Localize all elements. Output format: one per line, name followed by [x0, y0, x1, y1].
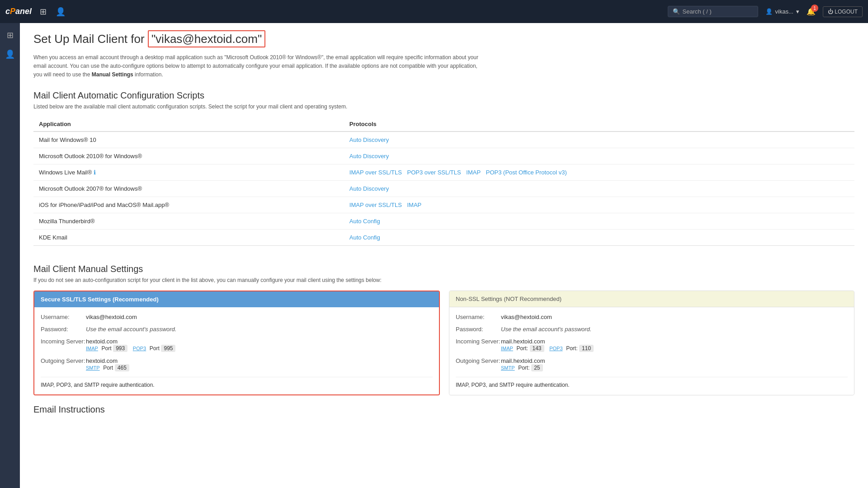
table-row: Microsoft Outlook 2007® for Windows® Aut… [33, 180, 854, 197]
email-instructions-section: Email Instructions [33, 404, 854, 415]
auto-discovery-link[interactable]: Auto Discovery [349, 136, 389, 143]
user-dropdown[interactable]: 👤 vikas... ▾ [765, 8, 799, 15]
ssl-password-row: Password: Use the email account's passwo… [41, 326, 433, 333]
protocol-cell: IMAP over SSL/TLS IMAP [344, 197, 854, 213]
table-row: Mail for Windows® 10 Auto Discovery [33, 131, 854, 148]
ssl-incoming-value: hextoid.com IMAP Port 993 POP3 Port 995 [86, 338, 433, 352]
sidebar: ⊞ 👤 [0, 23, 20, 488]
page-layout: ⊞ 👤 Set Up Mail Client for "vikas@hextoi… [0, 23, 868, 488]
nonssl-box-header: Non-SSL Settings (NOT Recommended) [449, 291, 854, 307]
sidebar-grid-icon[interactable]: ⊞ [0, 27, 20, 44]
protocol-cell: Auto Discovery [344, 180, 854, 197]
username-label: vikas... [775, 8, 793, 15]
app-name: KDE Kmail [33, 229, 344, 245]
manual-settings-link: Manual Settings [92, 71, 133, 78]
manual-settings-row: Secure SSL/TLS Settings (Recommended) Us… [33, 291, 854, 395]
search-placeholder: Search ( / ) [683, 8, 712, 15]
sidebar-user-icon[interactable]: 👤 [0, 46, 20, 63]
ssl-incoming-label: Incoming Server: [41, 338, 86, 352]
pop3-link[interactable]: POP3 (Post Office Protocol v3) [486, 169, 567, 176]
ssl-incoming-row: Incoming Server: hextoid.com IMAP Port 9… [41, 338, 433, 352]
ssl-imap-port: 993 [113, 345, 127, 352]
table-row: Mozilla Thunderbird® Auto Config [33, 213, 854, 229]
topnav-left: cPanel ⊞ 👤 [5, 5, 68, 19]
table-row: Microsoft Outlook 2010® for Windows® Aut… [33, 148, 854, 164]
grid-nav-button[interactable]: ⊞ [37, 5, 49, 19]
nonssl-incoming-value: mail.hextoid.com IMAP Port: 143 POP3 Por… [501, 338, 848, 352]
ssl-settings-box: Secure SSL/TLS Settings (Recommended) Us… [33, 291, 440, 395]
table-row: Windows Live Mail® ℹ IMAP over SSL/TLS P… [33, 164, 854, 180]
nonssl-imap-label[interactable]: IMAP [501, 346, 513, 351]
ssl-pop3-label[interactable]: POP3 [133, 346, 146, 351]
main-content: Set Up Mail Client for "vikas@hextoid.co… [20, 23, 868, 488]
imap-ssl-link[interactable]: IMAP over SSL/TLS [349, 202, 402, 208]
ssl-smtp-label[interactable]: SMTP [86, 365, 100, 371]
info-icon: ℹ [94, 169, 96, 176]
imap-ssl-link[interactable]: IMAP over SSL/TLS [349, 169, 402, 176]
ssl-outgoing-label: Outgoing Server: [41, 357, 86, 371]
page-description: When you access an email account through… [33, 53, 486, 80]
nonssl-auth-note: IMAP, POP3, and SMTP require authenticat… [456, 377, 848, 388]
nonssl-username-value: vikas@hextoid.com [501, 314, 848, 320]
nonssl-incoming-row: Incoming Server: mail.hextoid.com IMAP P… [456, 338, 848, 352]
email-address-highlight: "vikas@hextoid.com" [148, 30, 265, 47]
cpanel-logo: cPanel [5, 7, 32, 16]
user-avatar: 👤 [765, 8, 773, 15]
search-icon: 🔍 [673, 8, 680, 15]
protocol-cell: Auto Discovery [344, 131, 854, 148]
notification-bell[interactable]: 🔔 1 [807, 7, 816, 16]
app-name: Mozilla Thunderbird® [33, 213, 344, 229]
logout-icon: ⏻ [828, 9, 833, 15]
nonssl-password-value: Use the email account's password. [501, 326, 848, 333]
table-row: KDE Kmail Auto Config [33, 229, 854, 245]
nonssl-pop3-port: 110 [579, 345, 594, 352]
nonssl-outgoing-row: Outgoing Server: mail.hextoid.com SMTP P… [456, 357, 848, 371]
ssl-username-row: Username: vikas@hextoid.com [41, 314, 433, 320]
protocol-cell: Auto Config [344, 213, 854, 229]
ssl-auth-note: IMAP, POP3, and SMTP require authenticat… [41, 377, 433, 388]
manual-settings-desc: If you do not see an auto-configuration … [33, 277, 854, 283]
auto-config-link[interactable]: Auto Config [349, 218, 380, 225]
search-box[interactable]: 🔍 Search ( / ) [668, 6, 758, 17]
title-prefix: Set Up Mail Client for [33, 32, 148, 46]
nonssl-password-row: Password: Use the email account's passwo… [456, 326, 848, 333]
chevron-down-icon: ▾ [796, 8, 799, 15]
manual-settings-title: Mail Client Manual Settings [33, 264, 854, 274]
auto-discovery-link[interactable]: Auto Discovery [349, 185, 389, 192]
app-name: Windows Live Mail® ℹ [33, 164, 344, 180]
nonssl-pop3-label[interactable]: POP3 [549, 346, 562, 351]
auto-config-link[interactable]: Auto Config [349, 234, 380, 241]
top-navigation: cPanel ⊞ 👤 🔍 Search ( / ) 👤 vikas... ▾ 🔔… [0, 0, 868, 23]
app-name: iOS for iPhone/iPad/iPod and MacOS® Mail… [33, 197, 344, 213]
nonssl-box-body: Username: vikas@hextoid.com Password: Us… [449, 307, 854, 394]
ssl-outgoing-value: hextoid.com SMTP Port 465 [86, 357, 433, 371]
ssl-password-value: Use the email account's password. [86, 326, 433, 333]
pop3-ssl-link[interactable]: POP3 over SSL/TLS [407, 169, 461, 176]
nonssl-settings-box: Non-SSL Settings (NOT Recommended) Usern… [449, 291, 854, 395]
nonssl-smtp-label[interactable]: SMTP [501, 365, 515, 371]
auto-discovery-link[interactable]: Auto Discovery [349, 153, 389, 160]
user-nav-button[interactable]: 👤 [53, 5, 68, 19]
nonssl-password-label: Password: [456, 326, 501, 333]
notification-badge: 1 [811, 5, 818, 12]
auto-config-title: Mail Client Automatic Configuration Scri… [33, 90, 854, 101]
protocol-cell: IMAP over SSL/TLS POP3 over SSL/TLS IMAP… [344, 164, 854, 180]
nonssl-username-row: Username: vikas@hextoid.com [456, 314, 848, 320]
logout-button[interactable]: ⏻ LOGOUT [823, 6, 863, 17]
ssl-password-label: Password: [41, 326, 86, 333]
col-application: Application [33, 117, 344, 131]
ssl-pop3-port: 995 [161, 345, 175, 352]
auto-config-desc: Listed below are the available mail clie… [33, 103, 854, 110]
imap-link[interactable]: IMAP [407, 202, 421, 208]
ssl-username-label: Username: [41, 314, 86, 320]
nonssl-incoming-label: Incoming Server: [456, 338, 501, 352]
nonssl-outgoing-value: mail.hextoid.com SMTP Port: 25 [501, 357, 848, 371]
ssl-imap-label[interactable]: IMAP [86, 346, 98, 351]
protocol-cell: Auto Config [344, 229, 854, 245]
nonssl-imap-port: 143 [530, 345, 544, 352]
protocol-cell: Auto Discovery [344, 148, 854, 164]
page-title: Set Up Mail Client for "vikas@hextoid.co… [33, 32, 854, 46]
ssl-username-value: vikas@hextoid.com [86, 314, 433, 320]
nav-icons: ⊞ 👤 [37, 5, 68, 19]
imap-link[interactable]: IMAP [466, 169, 481, 176]
